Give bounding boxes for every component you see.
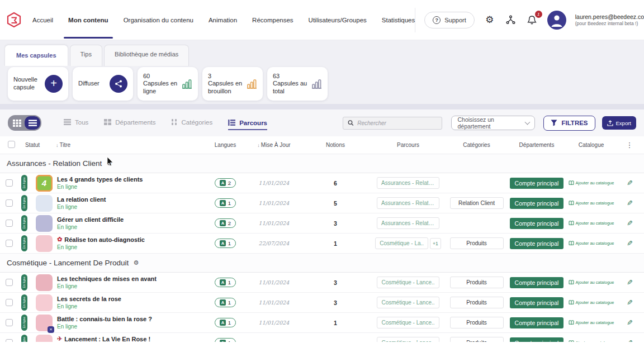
table-row[interactable]: En ligne La relation client En ligne A 1…	[0, 193, 644, 213]
category-tag[interactable]: Produits	[450, 317, 504, 328]
category-tag[interactable]: Produits	[450, 277, 504, 288]
parcours-tag[interactable]: Cosmétique - La..	[375, 237, 428, 249]
nav-item-utilisateurs-groupes[interactable]: Utilisateurs/Groupes	[309, 0, 367, 40]
select-all-checkbox[interactable]	[8, 141, 15, 148]
languages-pill[interactable]: A 1	[215, 318, 236, 327]
user-menu[interactable]: lauren.peres@beedeez.com (pour Beedeez i…	[575, 13, 644, 27]
edit-pencil-icon[interactable]: ✎	[627, 219, 633, 227]
add-to-catalogue-link[interactable]: Ajouter au catalogue	[569, 340, 614, 342]
diffuse-card[interactable]: Diffuser	[73, 67, 133, 101]
layout-toggle[interactable]	[8, 115, 41, 131]
nav-item-statistiques[interactable]: Statistiques	[382, 0, 415, 40]
capsule-title[interactable]: Lancement : La Vie En Rose !	[64, 335, 150, 342]
row-checkbox[interactable]	[6, 319, 13, 326]
table-row[interactable]: En ligne ✕ Battle : connais-tu bien la r…	[0, 313, 644, 333]
beedeez-logo-icon[interactable]	[6, 12, 22, 28]
category-tag[interactable]: Produits	[450, 337, 504, 342]
header-kebab-icon[interactable]: ⋮	[615, 141, 644, 149]
capsule-thumbnail[interactable]	[36, 195, 53, 212]
col-mise-a-jour[interactable]: ↓Mise À Jour	[246, 142, 302, 148]
capsule-thumbnail[interactable]	[36, 274, 53, 291]
list-view-icon[interactable]	[25, 116, 40, 130]
settings-gear-icon[interactable]: ⚙	[484, 14, 496, 26]
view-filter-parcours[interactable]: Parcours	[228, 120, 267, 130]
category-tag[interactable]: Produits	[450, 297, 504, 308]
edit-pencil-icon[interactable]: ✎	[627, 239, 633, 247]
table-row[interactable]: En ligne Gérer un client difficile En li…	[0, 213, 644, 234]
nav-item-animation[interactable]: Animation	[209, 0, 237, 40]
add-to-catalogue-link[interactable]: Ajouter au catalogue	[569, 201, 614, 206]
capsule-title[interactable]: Les secrets de la rose	[57, 295, 121, 303]
row-checkbox[interactable]	[6, 339, 13, 342]
export-button[interactable]: Export	[602, 116, 636, 130]
languages-pill[interactable]: A 1	[215, 298, 236, 307]
integrations-icon[interactable]	[505, 14, 517, 26]
capsule-thumbnail[interactable]	[36, 335, 53, 342]
parcours-extra-tag[interactable]: +1	[430, 238, 441, 249]
edit-pencil-icon[interactable]: ✎	[627, 339, 633, 342]
edit-pencil-icon[interactable]: ✎	[627, 199, 633, 207]
category-tag[interactable]: Produits	[450, 237, 504, 249]
table-row[interactable]: En ligne Les techniques de mises en avan…	[0, 273, 644, 293]
edit-pencil-icon[interactable]: ✎	[627, 278, 633, 287]
row-checkbox[interactable]	[6, 220, 13, 227]
plus-icon[interactable]: +	[45, 75, 63, 93]
edit-pencil-icon[interactable]: ✎	[627, 298, 633, 307]
table-row[interactable]: En ligne 4 Les 4 grands types de clients…	[0, 173, 644, 193]
parcours-tag[interactable]: Assurances - Relatio..	[377, 217, 439, 229]
languages-pill[interactable]: A 1	[215, 338, 236, 342]
capsule-title[interactable]: La relation client	[57, 196, 106, 203]
share-icon[interactable]	[110, 75, 127, 93]
parcours-tag[interactable]: Cosmétique - Lance..	[377, 317, 439, 328]
row-checkbox[interactable]	[6, 199, 13, 207]
nav-item-accueil[interactable]: Accueil	[32, 0, 53, 40]
row-checkbox[interactable]	[6, 179, 13, 187]
view-filter-categories[interactable]: Catégories	[172, 119, 213, 127]
row-checkbox[interactable]	[6, 279, 13, 286]
user-avatar[interactable]	[547, 11, 566, 30]
col-langues[interactable]: Langues	[205, 142, 246, 148]
new-capsule-card[interactable]: Nouvelle capsule +	[8, 67, 68, 101]
add-to-catalogue-link[interactable]: Ajouter au catalogue	[569, 320, 614, 325]
tab-bibliotheque-de-medias[interactable]: Bibliothèque de médias	[104, 45, 189, 66]
add-to-catalogue-link[interactable]: Ajouter au catalogue	[569, 300, 614, 305]
capsule-title[interactable]: Les 4 grands types de clients	[57, 175, 143, 183]
department-select[interactable]: Choisissez un département	[451, 116, 535, 130]
notifications-bell-icon[interactable]: 1	[526, 14, 538, 26]
capsule-title[interactable]: Les techniques de mises en avant	[57, 275, 157, 283]
capsule-thumbnail[interactable]	[36, 215, 53, 232]
add-to-catalogue-link[interactable]: Ajouter au catalogue	[569, 221, 614, 226]
languages-pill[interactable]: A 1	[215, 198, 236, 208]
capsule-title[interactable]: Réalise ton auto-diagnostic	[64, 236, 145, 244]
add-to-catalogue-link[interactable]: Ajouter au catalogue	[569, 241, 614, 246]
filters-button[interactable]: FILTRES	[543, 116, 595, 131]
col-titre[interactable]: ↓Titre	[56, 142, 205, 148]
languages-pill[interactable]: A 1	[215, 278, 236, 287]
search-box[interactable]	[343, 117, 442, 130]
col-parcours[interactable]: Parcours	[369, 142, 447, 148]
add-to-catalogue-link[interactable]: Ajouter au catalogue	[569, 180, 614, 185]
parcours-tag[interactable]: Assurances - Relatio..	[377, 197, 439, 209]
parcours-tag[interactable]: Cosmétique - Lance..	[377, 337, 439, 342]
category-tag[interactable]: Relation Client	[450, 197, 504, 209]
group-settings-gear-icon[interactable]: ⚙	[133, 259, 139, 266]
search-input[interactable]	[357, 120, 437, 126]
row-checkbox[interactable]	[6, 299, 13, 306]
view-filter-departements[interactable]: Départements	[104, 119, 155, 127]
nav-item-mon-contenu[interactable]: Mon contenu	[68, 0, 108, 40]
capsule-thumbnail[interactable]	[36, 235, 53, 252]
languages-pill[interactable]: A 2	[215, 218, 236, 228]
table-row[interactable]: En ligne ✿Réalise ton auto-diagnostic En…	[0, 234, 644, 254]
support-button[interactable]: ? Support	[424, 12, 475, 28]
nav-item-organisation-du-contenu[interactable]: Organisation du contenu	[124, 0, 193, 40]
table-row[interactable]: En ligne Les secrets de la rose En ligne…	[0, 293, 644, 313]
nav-item-recompenses[interactable]: Récompenses	[252, 0, 293, 40]
capsule-title[interactable]: Battle : connais-tu bien la rose ?	[57, 315, 152, 323]
edit-pencil-icon[interactable]: ✎	[627, 179, 633, 187]
view-filter-tous[interactable]: Tous	[64, 119, 88, 127]
grid-view-icon[interactable]	[9, 116, 25, 130]
edit-pencil-icon[interactable]: ✎	[627, 318, 633, 327]
languages-pill[interactable]: A 1	[215, 239, 236, 248]
languages-pill[interactable]: A 2	[215, 178, 236, 188]
table-row[interactable]: En ligne ✈Lancement : La Vie En Rose ! E…	[0, 333, 644, 342]
